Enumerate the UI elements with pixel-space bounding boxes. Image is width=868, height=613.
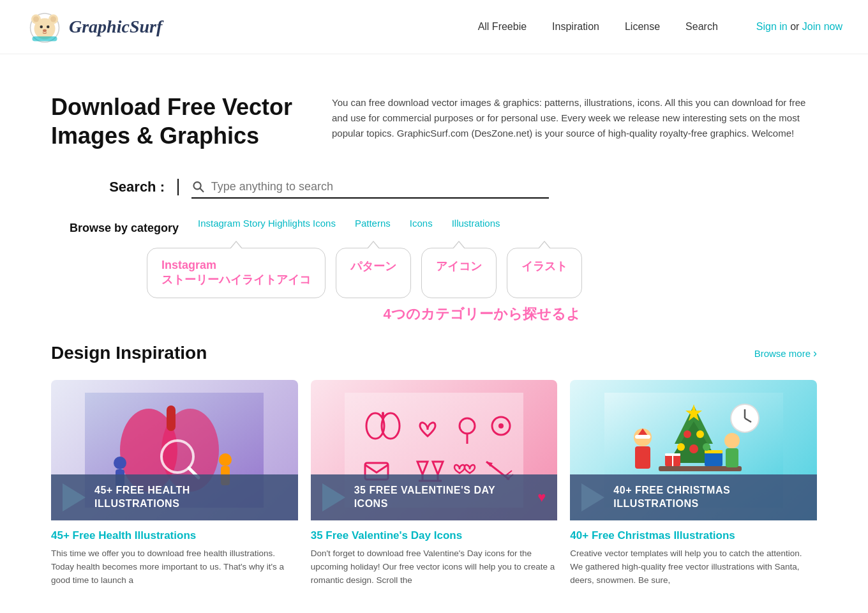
- bubble-icons[interactable]: アイコン: [421, 248, 497, 298]
- svg-point-16: [114, 457, 126, 469]
- category-links: Instagram Story Highlights Icons Pattern…: [198, 218, 500, 229]
- category-link-illustrations[interactable]: Illustrations: [452, 218, 500, 229]
- card-health-title[interactable]: 45+ Free Health Illustrations: [51, 529, 298, 542]
- svg-rect-9: [33, 36, 57, 42]
- heart-decoration: ♥: [537, 489, 546, 506]
- signin-link[interactable]: Sign in: [756, 21, 788, 32]
- category-link-instagram[interactable]: Instagram Story Highlights Icons: [198, 218, 336, 229]
- card-health-desc: This time we offer you to download free …: [51, 547, 298, 587]
- card-christmas-body: 40+ Free Christmas Illustrations Creativ…: [570, 520, 817, 593]
- card-christmas-overlay-text: 40+ FREE CHRISTMAS ILLUSTRATIONS: [613, 484, 730, 511]
- play-arrow-icon: [63, 483, 86, 511]
- card-valentine-overlay-text: 35 FREE VALENTINE'S DAY ICONS: [354, 484, 496, 511]
- logo-text: GraphicSurf: [69, 17, 162, 37]
- inspiration-title: Design Inspiration: [51, 343, 207, 363]
- search-input-wrapper: [191, 176, 549, 199]
- card-christmas-title[interactable]: 40+ Free Christmas Illustrations: [570, 529, 817, 542]
- card-health-body: 45+ Free Health Illustrations This time …: [51, 520, 298, 593]
- svg-rect-52: [635, 435, 650, 439]
- svg-point-5: [50, 17, 56, 22]
- svg-line-11: [200, 188, 204, 192]
- nav-all-freebie[interactable]: All Freebie: [478, 21, 527, 33]
- play-arrow-icon-2: [322, 483, 345, 511]
- search-icon: [191, 179, 205, 193]
- svg-point-18: [219, 453, 232, 466]
- inspiration-header: Design Inspiration Browse more ›: [0, 337, 868, 370]
- chevron-right-icon: ›: [813, 347, 817, 360]
- svg-point-58: [689, 444, 698, 453]
- tooltip-bubbles-row: Instagramストーリーハイライトアイコ パターン アイコン イラスト: [147, 248, 868, 298]
- search-section: Search :: [0, 176, 868, 199]
- svg-rect-50: [635, 446, 650, 469]
- hero-title: Download Free Vector Images & Graphics: [51, 93, 294, 150]
- nav-inspiration[interactable]: Inspiration: [552, 21, 599, 33]
- svg-point-4: [33, 17, 39, 22]
- card-health-overlay-text: 45+ FREE HEALTH ILLUSTRATIONS: [94, 484, 190, 511]
- card-christmas-image: 40+ FREE CHRISTMAS ILLUSTRATIONS: [570, 380, 817, 520]
- card-valentine-title[interactable]: 35 Free Valentine's Day Icons: [311, 529, 558, 542]
- card-health-image: 45+ FREE HEALTH ILLUSTRATIONS: [51, 380, 298, 520]
- card-health-overlay: 45+ FREE HEALTH ILLUSTRATIONS: [51, 474, 298, 520]
- hero-left: Download Free Vector Images & Graphics: [51, 93, 294, 150]
- card-christmas-overlay: 40+ FREE CHRISTMAS ILLUSTRATIONS: [570, 474, 817, 520]
- card-christmas-desc: Creative vector templates will help you …: [570, 547, 817, 587]
- bubble-instagram[interactable]: Instagramストーリーハイライトアイコ: [147, 248, 326, 298]
- card-valentine-overlay: 35 FREE VALENTINE'S DAY ICONS ♥: [311, 474, 558, 520]
- category-link-icons[interactable]: Icons: [410, 218, 433, 229]
- search-label: Search :: [51, 179, 179, 195]
- nav-search[interactable]: Search: [685, 21, 718, 33]
- annotation-text: 4つのカテゴリーから探せるよ: [147, 305, 817, 324]
- svg-point-29: [498, 423, 504, 428]
- card-valentine[interactable]: 35 FREE VALENTINE'S DAY ICONS ♥ 35 Free …: [311, 380, 558, 593]
- join-link[interactable]: Join now: [802, 21, 842, 32]
- svg-point-55: [684, 430, 691, 438]
- play-arrow-icon-3: [581, 483, 604, 511]
- svg-rect-15: [167, 405, 176, 431]
- main-nav: All Freebie Inspiration License Search: [478, 21, 718, 33]
- card-valentine-body: 35 Free Valentine's Day Icons Don't forg…: [311, 520, 558, 593]
- or-separator: or: [788, 21, 802, 32]
- svg-point-6: [40, 26, 43, 29]
- svg-point-8: [43, 29, 47, 33]
- category-section: Browse by category Instagram Story Highl…: [0, 218, 868, 235]
- card-valentine-image: 35 FREE VALENTINE'S DAY ICONS ♥: [311, 380, 558, 520]
- logo-link[interactable]: GraphicSurf: [26, 8, 162, 46]
- svg-point-57: [677, 443, 685, 451]
- svg-point-53: [724, 433, 740, 448]
- card-valentine-desc: Don't forget to download free Valentine'…: [311, 547, 558, 587]
- cards-row: 45+ FREE HEALTH ILLUSTRATIONS 45+ Free H…: [0, 380, 868, 593]
- svg-rect-54: [726, 448, 738, 467]
- hero-description: You can free download vector images & gr…: [332, 93, 817, 150]
- hero-section: Download Free Vector Images & Graphics Y…: [0, 54, 868, 176]
- svg-rect-25: [382, 412, 384, 421]
- nav-license[interactable]: License: [625, 21, 660, 33]
- browse-more-text: Browse more: [754, 348, 811, 359]
- svg-point-59: [703, 443, 710, 451]
- svg-point-56: [696, 430, 704, 438]
- card-christmas[interactable]: 40+ FREE CHRISTMAS ILLUSTRATIONS 40+ Fre…: [570, 380, 817, 593]
- logo-bear-icon: [26, 8, 64, 46]
- browse-more-link[interactable]: Browse more ›: [754, 347, 817, 360]
- auth-links: Sign in or Join now: [756, 21, 842, 33]
- svg-point-10: [193, 182, 200, 189]
- search-input[interactable]: [211, 180, 549, 193]
- header: GraphicSurf All Freebie Inspiration Lice…: [0, 0, 868, 54]
- bubble-illustrations[interactable]: イラスト: [507, 248, 582, 298]
- card-health[interactable]: 45+ FREE HEALTH ILLUSTRATIONS 45+ Free H…: [51, 380, 298, 593]
- category-link-patterns[interactable]: Patterns: [355, 218, 391, 229]
- bubble-patterns[interactable]: パターン: [336, 248, 411, 298]
- svg-point-7: [47, 26, 50, 29]
- browse-by-category-label: Browse by category: [51, 218, 179, 235]
